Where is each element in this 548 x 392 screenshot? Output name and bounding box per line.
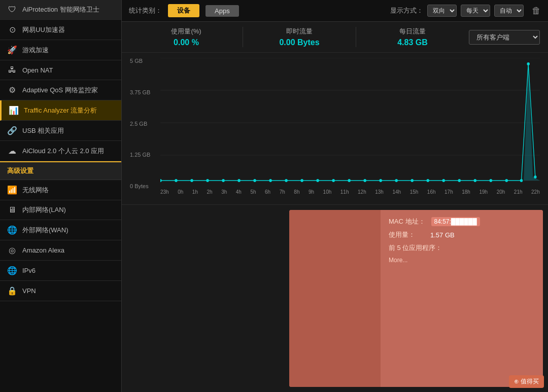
- svg-point-24: [442, 179, 445, 182]
- sidebar-item-usb-apps[interactable]: 🔗USB 相关应用: [0, 121, 121, 141]
- x-label: 14h: [392, 189, 401, 195]
- watermark-label: ⊕ 值得买: [514, 378, 539, 385]
- top5-title: 前 5 位应用程序：: [389, 243, 535, 253]
- svg-point-26: [474, 179, 476, 182]
- y-label: 0 Bytes: [130, 183, 150, 189]
- x-label: 4h: [236, 189, 242, 195]
- sidebar-top-items: 🛡AiProtection 智能网络卫士⊙网易UU加速器🚀游戏加速🖧Open N…: [0, 0, 121, 161]
- x-label: 6h: [265, 189, 270, 195]
- x-label: 23h: [160, 189, 169, 195]
- advanced-settings-header: 高级设置: [0, 161, 121, 180]
- y-label: 5 GB: [130, 58, 150, 64]
- trash-icon[interactable]: 🗑: [532, 6, 541, 16]
- pie-chart-svg: [132, 228, 274, 370]
- client-select[interactable]: 所有客户端: [469, 30, 540, 45]
- stats-type-label: 统计类别：: [129, 6, 162, 15]
- x-axis-labels: 23h0h1h2h3h4h5h6h7h8h9h10h11h12h13h14h15…: [160, 187, 540, 195]
- x-label: 2h: [207, 189, 212, 195]
- aicloud-icon: ☁: [7, 146, 17, 156]
- tab-device-button[interactable]: 设备: [168, 4, 199, 17]
- ipv6-icon: 🌐: [7, 266, 17, 275]
- svg-point-31: [534, 175, 536, 179]
- x-label: 9h: [309, 189, 314, 195]
- svg-point-6: [160, 179, 162, 182]
- sidebar-item-wireless[interactable]: 📶无线网络: [0, 180, 121, 200]
- sidebar-item-aicloud[interactable]: ☁AiCloud 2.0 个人云 2.0 应用: [0, 141, 121, 161]
- usage-stat: 使用量(%) 0.00 %: [130, 27, 243, 47]
- svg-point-30: [527, 62, 529, 65]
- tab-apps-button[interactable]: Apps: [206, 5, 239, 17]
- sidebar-label-open-nat: Open NAT: [22, 66, 53, 74]
- x-label: 13h: [375, 189, 384, 195]
- svg-point-29: [520, 179, 523, 182]
- sidebar-label-aicloud: AiCloud 2.0 个人云 2.0 应用: [22, 147, 104, 156]
- y-axis-labels: 5 GB3.75 GB2.5 GB1.25 GB0 Bytes: [130, 58, 150, 189]
- sidebar-advanced-items: 📶无线网络🖥内部网络(LAN)🌐外部网络(WAN)◎Amazon Alexa🌐I…: [0, 180, 121, 301]
- x-label: 5h: [250, 189, 256, 195]
- svg-point-10: [222, 179, 224, 182]
- device-list: [289, 210, 381, 387]
- y-label: 2.5 GB: [130, 121, 150, 127]
- wan-icon: 🌐: [7, 225, 17, 235]
- x-label: 10h: [323, 189, 332, 195]
- sidebar-item-netease[interactable]: ⊙网易UU加速器: [0, 20, 121, 40]
- svg-point-17: [332, 179, 334, 182]
- pie-chart-wrap: [122, 205, 284, 392]
- sidebar-label-usb-apps: USB 相关应用: [22, 126, 64, 135]
- device-info: MAC 地址： 84:57:██████ 使用量： 1.57 GB 前 5 位应…: [381, 210, 543, 387]
- sidebar-item-amazon-alexa[interactable]: ◎Amazon Alexa: [0, 240, 121, 261]
- daily-title: 每日流量: [356, 27, 469, 36]
- direction-select[interactable]: 双向上行下行: [427, 5, 457, 17]
- sidebar-item-ipv6[interactable]: 🌐IPv6: [0, 261, 121, 281]
- svg-point-7: [175, 179, 177, 182]
- x-label: 3h: [221, 189, 227, 195]
- sidebar: 🛡AiProtection 智能网络卫士⊙网易UU加速器🚀游戏加速🖧Open N…: [0, 0, 122, 392]
- svg-point-18: [348, 179, 350, 182]
- x-label: 17h: [444, 189, 453, 195]
- sidebar-label-netease: 网易UU加速器: [22, 25, 65, 34]
- svg-point-16: [316, 179, 319, 182]
- svg-point-22: [410, 179, 413, 182]
- usage-value: 0.00 %: [130, 38, 243, 47]
- stats-row: 使用量(%) 0.00 % 即时流量 0.00 Bytes 每日流量 4.83 …: [122, 22, 548, 53]
- period-select[interactable]: 每天每周每月: [461, 5, 490, 17]
- sidebar-item-wan[interactable]: 🌐外部网络(WAN): [0, 220, 121, 240]
- svg-point-20: [379, 179, 382, 182]
- realtime-stat: 即时流量 0.00 Bytes: [243, 27, 356, 47]
- x-label: 1h: [192, 189, 198, 195]
- watermark: ⊕ 值得买: [509, 375, 544, 388]
- svg-point-15: [300, 179, 303, 182]
- traffic-analyzer-icon: 📊: [9, 105, 19, 115]
- lan-icon: 🖥: [7, 205, 17, 215]
- sidebar-label-wireless: 无线网络: [22, 186, 49, 195]
- auto-select[interactable]: 自动手动: [494, 5, 524, 17]
- sidebar-item-traffic-analyzer[interactable]: 📊Traffic Analyzer 流量分析: [0, 100, 121, 121]
- x-label: 8h: [294, 189, 299, 195]
- sidebar-item-vpn[interactable]: 🔒VPN: [0, 281, 121, 301]
- x-label: 15h: [410, 189, 419, 195]
- svg-point-14: [285, 179, 287, 182]
- adaptive-qos-icon: ⚙: [7, 85, 17, 95]
- y-label: 1.25 GB: [130, 152, 150, 158]
- x-label: 20h: [497, 189, 505, 195]
- sidebar-label-traffic-analyzer: Traffic Analyzer 流量分析: [24, 106, 97, 115]
- chart-canvas: [160, 58, 540, 187]
- mac-label: MAC 地址：: [389, 217, 425, 226]
- sidebar-item-aiprotection[interactable]: 🛡AiProtection 智能网络卫士: [0, 0, 121, 20]
- sidebar-item-adaptive-qos[interactable]: ⚙Adaptive QoS 网络监控家: [0, 80, 121, 100]
- svg-point-28: [505, 179, 508, 182]
- sidebar-item-lan[interactable]: 🖥内部网络(LAN): [0, 200, 121, 220]
- sidebar-label-amazon-alexa: Amazon Alexa: [22, 246, 64, 254]
- sidebar-item-game-boost[interactable]: 🚀游戏加速: [0, 40, 121, 60]
- svg-point-23: [427, 179, 429, 182]
- usage-title: 使用量(%): [130, 27, 243, 36]
- svg-point-9: [206, 179, 209, 182]
- more-link[interactable]: More...: [389, 257, 535, 264]
- x-label: 19h: [479, 189, 488, 195]
- usb-apps-icon: 🔗: [7, 126, 17, 135]
- sidebar-label-vpn: VPN: [22, 287, 36, 295]
- sidebar-item-open-nat[interactable]: 🖧Open NAT: [0, 60, 121, 80]
- svg-point-8: [190, 179, 193, 182]
- daily-value: 4.83 GB: [356, 38, 469, 47]
- topbar: 统计类别： 设备 Apps 显示方式： 双向上行下行 每天每周每月 自动手动 🗑: [122, 0, 548, 22]
